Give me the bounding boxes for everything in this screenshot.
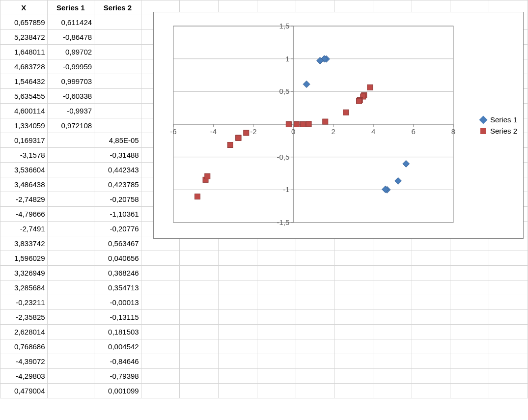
cell-empty[interactable] <box>334 384 373 398</box>
cell-empty[interactable] <box>373 295 412 310</box>
cell-s1[interactable] <box>47 354 94 369</box>
cell-empty[interactable] <box>334 266 373 280</box>
cell-s2[interactable] <box>94 15 141 30</box>
cell-x[interactable]: -4,39072 <box>0 354 48 369</box>
cell-empty[interactable] <box>257 266 296 280</box>
cell-empty[interactable] <box>489 251 528 266</box>
cell-empty[interactable] <box>180 384 219 398</box>
cell-empty[interactable] <box>412 295 450 310</box>
cell-s1[interactable]: 0,972108 <box>47 118 94 133</box>
cell-s1[interactable] <box>47 384 94 398</box>
cell-empty[interactable] <box>334 280 373 295</box>
cell-empty[interactable] <box>489 280 528 295</box>
cell-s1[interactable] <box>47 310 94 325</box>
cell-empty[interactable] <box>412 354 450 369</box>
cell-x[interactable]: 1,596029 <box>0 251 48 266</box>
cell-empty[interactable] <box>257 354 296 369</box>
cell-s1[interactable]: -0,99959 <box>47 59 94 74</box>
cell-empty[interactable] <box>334 325 373 339</box>
cell-s1[interactable] <box>47 266 94 280</box>
cell-empty[interactable] <box>257 384 296 398</box>
cell-s2[interactable]: -1,10361 <box>94 207 141 222</box>
cell-empty[interactable] <box>450 310 489 325</box>
cell-s2[interactable]: 0,368246 <box>94 266 141 280</box>
cell-x[interactable]: 2,628014 <box>0 325 48 339</box>
cell-empty[interactable] <box>412 266 450 280</box>
cell-empty[interactable] <box>450 339 489 354</box>
cell-s2[interactable]: 0,001099 <box>94 384 141 398</box>
cell-x[interactable]: -2,74829 <box>0 192 48 207</box>
cell-x[interactable]: 3,486438 <box>0 177 48 192</box>
header-x[interactable]: X <box>0 0 48 15</box>
cell-empty[interactable] <box>219 251 257 266</box>
cell-empty[interactable] <box>412 325 450 339</box>
cell-s1[interactable]: -0,86478 <box>47 30 94 45</box>
cell-empty[interactable] <box>450 295 489 310</box>
cell-empty[interactable] <box>219 354 257 369</box>
cell-empty[interactable] <box>257 310 296 325</box>
cell-s2[interactable]: 0,442343 <box>94 163 141 177</box>
cell-x[interactable]: 4,683728 <box>0 59 48 74</box>
cell-s1[interactable]: 0,99702 <box>47 45 94 59</box>
cell-x[interactable]: -2,35825 <box>0 310 48 325</box>
cell-s1[interactable]: 0,999703 <box>47 74 94 89</box>
cell-empty[interactable] <box>296 325 334 339</box>
cell-empty[interactable] <box>257 295 296 310</box>
cell-empty[interactable] <box>296 369 334 384</box>
cell-empty[interactable] <box>450 369 489 384</box>
cell-empty[interactable] <box>489 310 528 325</box>
cell-x[interactable]: 0,169317 <box>0 133 48 148</box>
cell-empty[interactable] <box>296 295 334 310</box>
cell-x[interactable]: 3,285684 <box>0 280 48 295</box>
cell-s1[interactable] <box>47 339 94 354</box>
embedded-chart[interactable]: -6-4-202468-1,5-1-0,50,511,5 Series 1 Se… <box>153 12 524 239</box>
cell-s1[interactable]: 0,611424 <box>47 15 94 30</box>
cell-empty[interactable] <box>219 266 257 280</box>
cell-empty[interactable] <box>489 339 528 354</box>
cell-s2[interactable] <box>94 118 141 133</box>
cell-empty[interactable] <box>257 369 296 384</box>
cell-empty[interactable] <box>219 295 257 310</box>
cell-empty[interactable] <box>257 280 296 295</box>
cell-empty[interactable] <box>450 325 489 339</box>
cell-empty[interactable] <box>373 325 412 339</box>
cell-empty[interactable] <box>296 310 334 325</box>
cell-empty[interactable] <box>373 354 412 369</box>
cell-empty[interactable] <box>141 295 180 310</box>
cell-s1[interactable] <box>47 251 94 266</box>
cell-s2[interactable] <box>94 45 141 59</box>
cell-empty[interactable] <box>373 280 412 295</box>
cell-s2[interactable]: -0,84646 <box>94 354 141 369</box>
cell-empty[interactable] <box>141 325 180 339</box>
cell-empty[interactable] <box>296 339 334 354</box>
cell-empty[interactable] <box>334 339 373 354</box>
cell-x[interactable]: 3,326949 <box>0 266 48 280</box>
cell-empty[interactable] <box>180 280 219 295</box>
cell-s2[interactable] <box>94 104 141 118</box>
cell-empty[interactable] <box>141 280 180 295</box>
cell-empty[interactable] <box>180 369 219 384</box>
header-series2[interactable]: Series 2 <box>94 0 141 15</box>
cell-empty[interactable] <box>219 339 257 354</box>
cell-s2[interactable]: 0,040656 <box>94 251 141 266</box>
cell-empty[interactable] <box>450 354 489 369</box>
cell-empty[interactable] <box>141 266 180 280</box>
cell-empty[interactable] <box>450 384 489 398</box>
cell-empty[interactable] <box>219 384 257 398</box>
cell-empty[interactable] <box>412 339 450 354</box>
cell-empty[interactable] <box>489 384 528 398</box>
cell-empty[interactable] <box>412 369 450 384</box>
cell-s2[interactable]: -0,13115 <box>94 310 141 325</box>
cell-empty[interactable] <box>141 354 180 369</box>
cell-empty[interactable] <box>141 310 180 325</box>
cell-empty[interactable] <box>180 339 219 354</box>
cell-empty[interactable] <box>373 339 412 354</box>
cell-s1[interactable] <box>47 192 94 207</box>
cell-x[interactable]: 5,635455 <box>0 89 48 104</box>
cell-empty[interactable] <box>180 354 219 369</box>
cell-empty[interactable] <box>334 295 373 310</box>
cell-s1[interactable]: -0,9937 <box>47 104 94 118</box>
cell-empty[interactable] <box>489 266 528 280</box>
cell-s1[interactable]: -0,60338 <box>47 89 94 104</box>
cell-empty[interactable] <box>180 251 219 266</box>
